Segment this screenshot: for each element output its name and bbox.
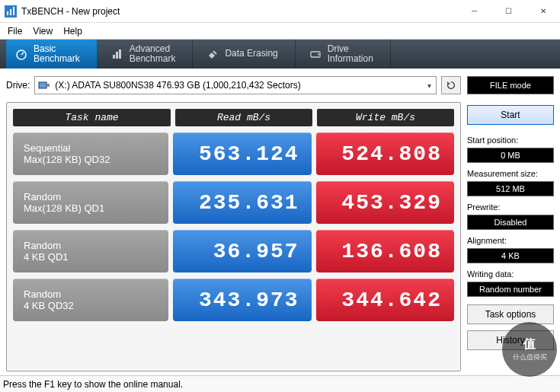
task-row: Random Max(128 KB) QD1 235.631 453.329 — [13, 181, 454, 224]
svg-rect-3 — [13, 7, 14, 15]
writing-data-value[interactable]: Random number — [467, 282, 554, 297]
read-value: 235.631 — [173, 181, 311, 224]
alignment-value[interactable]: 4 KB — [467, 248, 554, 263]
close-button[interactable]: ✕ — [526, 0, 560, 22]
read-value: 343.973 — [173, 279, 311, 321]
app-icon — [5, 5, 17, 18]
side-panel: FILE mode Start Start position: 0 MB Mea… — [467, 76, 554, 371]
menu-view[interactable]: View — [33, 26, 53, 37]
header-read: Read mB/s — [175, 109, 312, 126]
window-title: TxBENCH - New project — [21, 6, 457, 17]
start-position-label: Start position: — [467, 135, 554, 145]
left-panel: Drive: (X:) ADATA SU800NS38 476.93 GB (1… — [6, 76, 461, 371]
menubar: File View Help — [0, 23, 560, 40]
task-row: Random 4 KB QD1 36.957 136.608 — [13, 230, 454, 272]
prewrite-value[interactable]: Disabled — [467, 215, 554, 230]
title-bar: TxBENCH - New project ─ ☐ ✕ — [0, 0, 560, 23]
minimize-button[interactable]: ─ — [457, 0, 491, 22]
drive-select[interactable]: (X:) ADATA SU800NS38 476.93 GB (1,000,21… — [34, 76, 437, 94]
svg-rect-8 — [119, 49, 121, 59]
window-controls: ─ ☐ ✕ — [457, 0, 560, 22]
svg-rect-6 — [113, 55, 115, 59]
task-row: Sequential Max(128 KB) QD32 563.124 524.… — [13, 132, 454, 175]
drive-icon — [309, 48, 322, 60]
svg-rect-2 — [10, 9, 11, 15]
writing-data-label: Writing data: — [467, 269, 554, 279]
tab-drive-information[interactable]: Drive Information — [300, 40, 391, 69]
status-text: Press the F1 key to show the online manu… — [3, 379, 183, 390]
measurement-size-value[interactable]: 512 MB — [467, 181, 554, 196]
menu-help[interactable]: Help — [63, 26, 82, 37]
svg-point-11 — [318, 54, 319, 56]
tab-label: Drive Information — [328, 44, 373, 64]
tab-advanced-benchmark[interactable]: Advanced Benchmark — [102, 40, 194, 69]
prewrite-label: Prewrite: — [467, 202, 554, 212]
erase-icon — [206, 48, 219, 60]
task-options-button[interactable]: Task options — [467, 304, 554, 324]
refresh-icon — [446, 80, 456, 91]
bars-icon — [111, 48, 123, 60]
tab-data-erasing[interactable]: Data Erasing — [197, 40, 295, 69]
header-write: Write mB/s — [317, 109, 454, 126]
tab-label: Advanced Benchmark — [130, 44, 176, 64]
disk-icon — [38, 81, 50, 90]
main-area: Drive: (X:) ADATA SU800NS38 476.93 GB (1… — [0, 69, 560, 371]
status-bar: Press the F1 key to show the online manu… — [0, 375, 560, 392]
task-label-random-4kb-qd32[interactable]: Random 4 KB QD32 — [13, 279, 168, 321]
svg-rect-7 — [116, 52, 118, 59]
task-label-random-4kb-qd1[interactable]: Random 4 KB QD1 — [13, 230, 168, 272]
svg-rect-12 — [39, 82, 46, 88]
task-label-sequential-qd32[interactable]: Sequential Max(128 KB) QD32 — [13, 132, 168, 175]
svg-rect-13 — [46, 84, 50, 87]
write-value: 344.642 — [316, 279, 454, 321]
tab-basic-benchmark[interactable]: Basic Benchmark — [6, 40, 98, 69]
mode-button[interactable]: FILE mode — [467, 76, 554, 94]
svg-rect-1 — [7, 11, 8, 15]
write-value: 453.329 — [316, 181, 454, 224]
start-position-value[interactable]: 0 MB — [467, 148, 554, 163]
task-row: Random 4 KB QD32 343.973 344.642 — [13, 279, 454, 321]
start-button[interactable]: Start — [467, 105, 554, 125]
task-label-random-qd1[interactable]: Random Max(128 KB) QD1 — [13, 181, 168, 224]
menu-file[interactable]: File — [8, 26, 22, 37]
header-task: Task name — [13, 109, 171, 126]
tab-label: Data Erasing — [225, 49, 277, 59]
write-value: 136.608 — [316, 230, 454, 272]
tabbar: Basic Benchmark Advanced Benchmark Data … — [0, 40, 560, 69]
maximize-button[interactable]: ☐ — [491, 0, 526, 22]
header-row: Task name Read mB/s Write mB/s — [13, 109, 454, 126]
drive-row: Drive: (X:) ADATA SU800NS38 476.93 GB (1… — [6, 76, 461, 94]
benchmark-panel: Task name Read mB/s Write mB/s Sequentia… — [6, 102, 461, 371]
write-value: 524.808 — [316, 132, 454, 175]
drive-label: Drive: — [6, 80, 30, 91]
gauge-icon — [15, 48, 27, 60]
tab-label: Basic Benchmark — [34, 44, 80, 64]
measurement-size-label: Measurement size: — [467, 169, 554, 178]
read-value: 563.124 — [173, 132, 311, 175]
svg-line-5 — [21, 53, 24, 55]
svg-line-9 — [213, 51, 216, 54]
read-value: 36.957 — [173, 230, 311, 272]
alignment-label: Alignment: — [467, 236, 554, 245]
refresh-button[interactable] — [441, 76, 461, 94]
drive-value: (X:) ADATA SU800NS38 476.93 GB (1,000,21… — [55, 80, 300, 91]
history-button[interactable]: History — [467, 330, 554, 350]
